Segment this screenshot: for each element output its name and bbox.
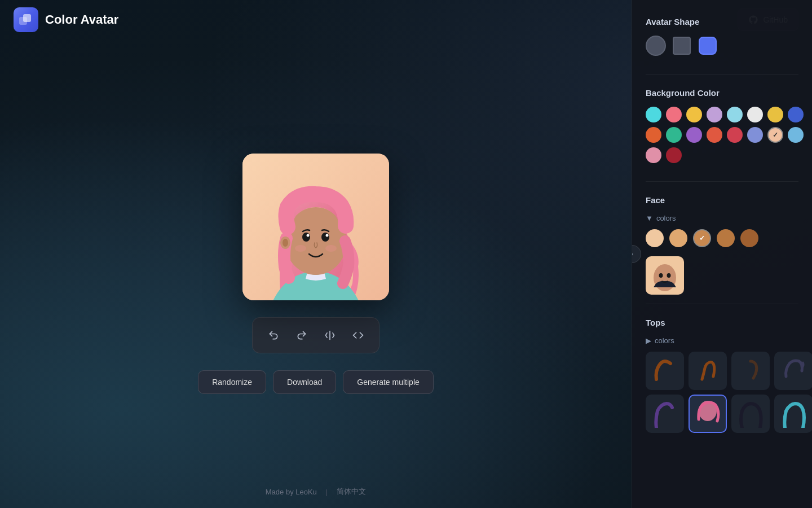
shape-circle [646,36,666,56]
made-by-text: Made by LeoKu [266,488,317,496]
footer: Made by LeoKu | 简体中文 [0,487,632,497]
avatar-shape-title: Avatar Shape [646,17,798,27]
face-color-medium-dark[interactable] [717,229,735,247]
svg-point-13 [295,245,306,252]
svg-point-10 [321,233,329,242]
top-item-top8[interactable] [774,395,812,433]
svg-point-17 [659,273,663,278]
shape-options [646,36,798,56]
bg-color-yellow[interactable] [686,107,702,122]
tops-title: Tops [646,318,798,327]
tops-grid [646,352,798,433]
download-button[interactable]: Download [273,370,336,394]
logo-area: Color Avatar [14,7,118,32]
bg-color-red[interactable] [727,127,743,143]
bg-color-purple[interactable] [686,127,702,143]
toolbar [252,317,379,353]
bg-color-gold[interactable] [767,107,783,122]
face-title: Face [646,195,798,205]
tops-colors-toggle[interactable]: ▶ colors [646,336,798,345]
bg-color-lavender[interactable] [707,107,722,122]
shape-rounded [699,37,717,55]
randomize-button[interactable]: Randomize [198,370,266,394]
svg-point-12 [326,234,329,237]
shape-square [673,37,691,55]
top-item-top6[interactable] [689,395,727,433]
shape-rounded-option[interactable] [698,36,718,56]
main-content: Randomize Download Generate multiple [0,40,632,508]
face-colors-triangle: ▼ [646,214,653,222]
top-item-top7[interactable] [731,395,770,433]
bg-color-blue[interactable] [788,107,804,122]
bg-color-teal[interactable] [666,127,682,143]
bg-color-rose[interactable] [646,147,661,163]
bg-color-periwinkle[interactable] [747,127,763,143]
face-preview [646,256,684,295]
tops-colors-label: colors [655,336,674,345]
bg-color-coral[interactable] [707,127,722,143]
face-color-light[interactable] [646,229,664,247]
redo-button[interactable] [290,323,314,347]
compare-button[interactable] [318,323,342,347]
generate-multiple-button[interactable]: Generate multiple [343,370,434,394]
bg-color-title: Background Color [646,88,798,98]
avatar-container [242,154,389,300]
panel-toggle[interactable]: › [632,245,641,263]
face-color-medium-light[interactable] [669,229,687,247]
top-item-top2[interactable] [689,352,727,390]
svg-point-18 [667,273,671,278]
divider-1 [646,74,798,75]
bg-color-pink[interactable] [666,107,682,122]
bg-color-light-blue[interactable] [727,107,743,122]
undo-button[interactable] [262,323,285,347]
face-colors-label: colors [656,214,676,222]
bg-color-peach-selected[interactable] [767,127,783,143]
face-color-medium[interactable] [693,229,711,247]
right-panel: › Avatar Shape Background Color Face ▼ c… [632,0,812,508]
action-buttons: Randomize Download Generate multiple [198,370,434,394]
svg-point-11 [307,234,310,237]
divider-2 [646,181,798,182]
svg-point-14 [325,245,337,252]
language-switch[interactable]: 简体中文 [337,487,366,497]
code-button[interactable] [346,323,370,347]
face-color-dark[interactable] [740,229,758,247]
top-item-top5[interactable] [646,395,684,433]
svg-point-8 [283,239,288,247]
top-item-top3[interactable] [731,352,770,390]
app-title: Color Avatar [45,12,118,27]
shape-square-option[interactable] [672,36,692,56]
footer-separator: | [326,488,328,496]
bg-color-sky[interactable] [788,127,804,143]
top-item-top1[interactable] [646,352,684,390]
bg-color-orange[interactable] [646,127,661,143]
svg-rect-1 [23,14,31,22]
bg-color-white[interactable] [747,107,763,122]
app-logo-icon [14,7,38,32]
shape-circle-option[interactable] [646,36,666,56]
divider-3 [646,304,798,304]
top-item-top4[interactable] [774,352,812,390]
tops-colors-triangle: ▶ [646,336,651,345]
bg-color-grid [646,107,798,163]
bg-color-dark-red[interactable] [666,147,682,163]
face-color-row [646,229,798,247]
svg-point-9 [302,233,310,242]
face-colors-toggle[interactable]: ▼ colors [646,214,798,222]
avatar-display [242,154,389,300]
bg-color-cyan[interactable] [646,107,661,122]
